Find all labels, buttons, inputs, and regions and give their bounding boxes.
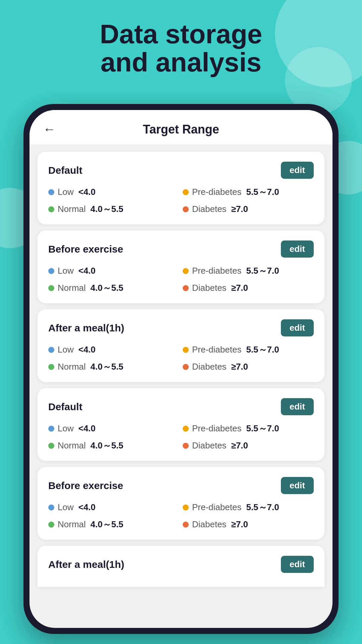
scroll-content: DefaulteditLow<4.0Pre-diabetes5.5～7.0Nor… bbox=[29, 145, 333, 628]
range-value-left-0-1: 4.0～5.5 bbox=[90, 203, 123, 215]
edit-button-1[interactable]: edit bbox=[281, 240, 314, 258]
app-bar: ← Target Range bbox=[29, 110, 333, 145]
dot-orange-right-1-1 bbox=[183, 285, 189, 291]
range-item-right-2-0: Pre-diabetes5.5～7.0 bbox=[183, 344, 314, 356]
card-title-2: After a meal(1h) bbox=[48, 322, 124, 334]
dot-orange-right-2-1 bbox=[183, 364, 189, 370]
dot-blue-3-0 bbox=[48, 426, 54, 432]
range-value-left-1-0: <4.0 bbox=[78, 266, 96, 276]
card-title-1: Before exercise bbox=[48, 244, 123, 255]
range-item-right-3-0: Pre-diabetes5.5～7.0 bbox=[183, 423, 314, 434]
range-value-left-4-1: 4.0～5.5 bbox=[90, 519, 123, 530]
range-label-right-4-1: Diabetes bbox=[192, 519, 227, 530]
range-value-right-0-1: ≥7.0 bbox=[231, 204, 248, 214]
partial-edit-button[interactable]: edit bbox=[281, 556, 314, 573]
range-label-right-0-0: Pre-diabetes bbox=[192, 187, 241, 197]
range-value-right-4-1: ≥7.0 bbox=[231, 519, 248, 530]
card-header-2: After a meal(1h)edit bbox=[48, 319, 314, 336]
edit-button-2[interactable]: edit bbox=[281, 319, 314, 336]
range-label-right-3-0: Pre-diabetes bbox=[192, 423, 241, 434]
range-item-left-2-0: Low<4.0 bbox=[48, 344, 179, 356]
range-label-left-1-0: Low bbox=[58, 266, 74, 276]
range-item-right-1-0: Pre-diabetes5.5～7.0 bbox=[183, 265, 314, 277]
range-item-right-4-0: Pre-diabetes5.5～7.0 bbox=[183, 501, 314, 513]
card-title-0: Default bbox=[48, 165, 82, 176]
dot-orange-right-3-1 bbox=[183, 443, 189, 449]
range-label-right-1-0: Pre-diabetes bbox=[192, 266, 241, 276]
range-label-right-3-1: Diabetes bbox=[192, 440, 227, 451]
range-label-left-0-1: Normal bbox=[58, 204, 86, 214]
range-grid-3: Low<4.0Pre-diabetes5.5～7.0Normal4.0～5.5D… bbox=[48, 423, 314, 451]
dot-blue-1-0 bbox=[48, 268, 54, 274]
dot-yellow-right-4-0 bbox=[183, 504, 189, 511]
range-value-right-1-0: 5.5～7.0 bbox=[246, 265, 279, 277]
dot-blue-4-0 bbox=[48, 504, 54, 511]
range-label-left-4-1: Normal bbox=[58, 519, 86, 530]
range-value-right-3-1: ≥7.0 bbox=[231, 440, 248, 451]
dot-green-1-1 bbox=[48, 285, 54, 291]
dot-orange-right-4-1 bbox=[183, 522, 189, 528]
range-item-right-2-1: Diabetes≥7.0 bbox=[183, 361, 314, 373]
range-value-left-2-0: <4.0 bbox=[78, 344, 96, 355]
range-value-right-2-0: 5.5～7.0 bbox=[246, 344, 279, 356]
card-1: Before exerciseeditLow<4.0Pre-diabetes5.… bbox=[38, 230, 324, 303]
dot-orange-right-0-1 bbox=[183, 206, 189, 212]
range-item-left-2-1: Normal4.0～5.5 bbox=[48, 361, 179, 373]
app-bar-title: Target Range bbox=[62, 122, 300, 137]
range-grid-2: Low<4.0Pre-diabetes5.5～7.0Normal4.0～5.5D… bbox=[48, 344, 314, 373]
card-title-3: Default bbox=[48, 401, 82, 413]
range-label-left-3-0: Low bbox=[58, 423, 74, 434]
range-item-left-0-1: Normal4.0～5.5 bbox=[48, 203, 179, 215]
range-grid-1: Low<4.0Pre-diabetes5.5～7.0Normal4.0～5.5D… bbox=[48, 265, 314, 294]
range-grid-0: Low<4.0Pre-diabetes5.5～7.0Normal4.0～5.5D… bbox=[48, 186, 314, 215]
range-item-left-3-0: Low<4.0 bbox=[48, 423, 179, 434]
range-label-left-4-0: Low bbox=[58, 502, 74, 513]
range-item-left-1-1: Normal4.0～5.5 bbox=[48, 282, 179, 294]
range-value-right-0-0: 5.5～7.0 bbox=[246, 186, 279, 198]
range-value-right-4-0: 5.5～7.0 bbox=[246, 501, 279, 513]
card-3: DefaulteditLow<4.0Pre-diabetes5.5～7.0Nor… bbox=[38, 388, 324, 461]
card-header-3: Defaultedit bbox=[48, 398, 314, 415]
range-label-right-1-1: Diabetes bbox=[192, 283, 227, 293]
range-value-left-3-1: 4.0～5.5 bbox=[90, 440, 123, 451]
dot-blue-2-0 bbox=[48, 347, 54, 353]
partial-card-title: After a meal(1h) bbox=[48, 559, 124, 570]
range-item-right-0-1: Diabetes≥7.0 bbox=[183, 203, 314, 215]
range-label-right-2-0: Pre-diabetes bbox=[192, 344, 241, 355]
dot-blue-0-0 bbox=[48, 189, 54, 195]
range-label-right-2-1: Diabetes bbox=[192, 362, 227, 372]
card-2: After a meal(1h)editLow<4.0Pre-diabetes5… bbox=[38, 309, 324, 382]
range-label-right-4-0: Pre-diabetes bbox=[192, 502, 241, 513]
range-label-left-2-1: Normal bbox=[58, 362, 86, 372]
edit-button-4[interactable]: edit bbox=[281, 477, 314, 494]
dot-green-0-1 bbox=[48, 206, 54, 212]
dot-yellow-right-0-0 bbox=[183, 189, 189, 195]
range-item-left-3-1: Normal4.0～5.5 bbox=[48, 440, 179, 451]
range-item-left-4-1: Normal4.0～5.5 bbox=[48, 519, 179, 530]
edit-button-0[interactable]: edit bbox=[281, 162, 314, 179]
range-label-left-1-1: Normal bbox=[58, 283, 86, 293]
range-value-left-2-1: 4.0～5.5 bbox=[90, 361, 123, 373]
card-title-4: Before exercise bbox=[48, 480, 123, 491]
edit-button-3[interactable]: edit bbox=[281, 398, 314, 415]
card-0: DefaulteditLow<4.0Pre-diabetes5.5～7.0Nor… bbox=[38, 152, 324, 224]
range-value-left-4-0: <4.0 bbox=[78, 502, 96, 513]
partial-card-header: After a meal(1h)edit bbox=[48, 556, 314, 573]
range-value-left-1-1: 4.0～5.5 bbox=[90, 282, 123, 294]
dot-yellow-right-2-0 bbox=[183, 347, 189, 353]
range-label-left-3-1: Normal bbox=[58, 440, 86, 451]
range-item-left-0-0: Low<4.0 bbox=[48, 186, 179, 198]
dot-yellow-right-1-0 bbox=[183, 268, 189, 274]
range-value-right-3-0: 5.5～7.0 bbox=[246, 423, 279, 434]
card-partial: After a meal(1h)edit bbox=[38, 546, 324, 587]
card-header-4: Before exerciseedit bbox=[48, 477, 314, 494]
back-button[interactable]: ← bbox=[43, 122, 56, 137]
dot-green-4-1 bbox=[48, 522, 54, 528]
range-item-right-0-0: Pre-diabetes5.5～7.0 bbox=[183, 186, 314, 198]
range-label-right-0-1: Diabetes bbox=[192, 204, 227, 214]
range-value-left-0-0: <4.0 bbox=[78, 187, 96, 197]
card-4: Before exerciseeditLow<4.0Pre-diabetes5.… bbox=[38, 467, 324, 540]
dot-green-2-1 bbox=[48, 364, 54, 370]
range-item-right-1-1: Diabetes≥7.0 bbox=[183, 282, 314, 294]
range-value-left-3-0: <4.0 bbox=[78, 423, 96, 434]
